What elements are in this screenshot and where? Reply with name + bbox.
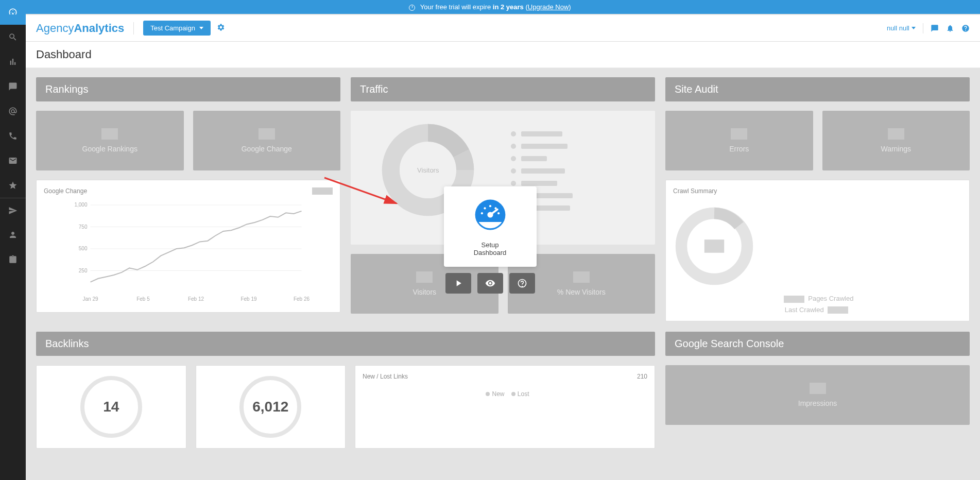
svg-text:Feb 12: Feb 12 xyxy=(188,296,204,302)
clock-icon xyxy=(409,5,415,11)
bar-chart-icon xyxy=(8,57,18,66)
sidebar-item-mail[interactable] xyxy=(0,148,26,173)
audit-legend: Pages Crawled Last Crawled xyxy=(673,295,962,314)
logo[interactable]: AgencyAnalytics xyxy=(36,22,124,35)
chart-title: Google Change xyxy=(44,187,333,195)
page-title-bar: Dashboard xyxy=(26,42,980,68)
preview-button[interactable] xyxy=(477,273,503,294)
traffic-header: Traffic xyxy=(351,77,655,101)
sidebar-item-at[interactable] xyxy=(0,99,26,124)
banner-text-bold: in 2 years xyxy=(493,3,524,11)
header-separator xyxy=(133,22,134,35)
logo-agency: Agency xyxy=(36,22,74,35)
banner-text-prefix: Your free trial will expire xyxy=(420,3,493,11)
svg-text:Feb 26: Feb 26 xyxy=(294,296,310,302)
header-right: null null xyxy=(887,23,970,33)
sidebar-item-phone[interactable] xyxy=(0,124,26,148)
setup-dashboard-card[interactable]: Setup Dashboard xyxy=(444,186,537,267)
sidebar-item-search[interactable] xyxy=(0,25,26,49)
svg-point-22 xyxy=(487,212,493,217)
star-icon xyxy=(8,181,18,190)
gsc-header: Google Search Console xyxy=(665,332,970,356)
left-sidebar xyxy=(0,0,26,459)
svg-point-21 xyxy=(480,212,483,214)
campaign-settings-button[interactable] xyxy=(217,23,225,33)
sidebar-item-users[interactable] xyxy=(0,222,26,247)
sidebar-item-analytics[interactable] xyxy=(0,49,26,74)
svg-text:Jan 29: Jan 29 xyxy=(82,296,98,302)
placeholder-icon xyxy=(573,271,590,283)
sidebar-item-messages[interactable] xyxy=(0,74,26,99)
clipboard-icon xyxy=(8,255,18,264)
placeholder-icon xyxy=(810,383,826,394)
backlinks-widget: Backlinks 14 6,012 New / Lost Links 210 … xyxy=(36,332,655,449)
phone-icon xyxy=(8,131,18,141)
rankings-widget: Rankings Google Rankings Google Change G… xyxy=(36,77,340,321)
stat-tile-google-change[interactable]: Google Change xyxy=(193,111,341,170)
help-button[interactable] xyxy=(509,273,535,294)
legend-dot-icon xyxy=(486,392,490,396)
svg-text:Feb 19: Feb 19 xyxy=(240,296,257,302)
legend-new: New xyxy=(492,390,504,398)
setup-label: Setup Dashboard xyxy=(465,241,516,256)
chart-legend-placeholder xyxy=(312,187,333,195)
gauge-icon xyxy=(8,8,18,17)
paper-plane-icon xyxy=(8,206,18,215)
crawl-summary-label: Crawl Summary xyxy=(673,187,962,195)
links-count: 210 xyxy=(637,373,647,380)
sidebar-item-tasks[interactable] xyxy=(0,247,26,272)
center-overlay: Setup Dashboard xyxy=(444,186,537,294)
envelope-icon xyxy=(8,156,18,165)
user-dropdown[interactable]: null null xyxy=(887,24,916,32)
campaign-dropdown[interactable]: Test Campaign xyxy=(143,21,211,36)
user-icon xyxy=(8,230,18,239)
circle-value: 6,012 xyxy=(252,399,288,415)
bell-icon[interactable] xyxy=(946,24,954,32)
placeholder-icon xyxy=(888,128,904,140)
last-crawled-label: Last Crawled xyxy=(785,306,824,314)
svg-rect-15 xyxy=(704,239,724,253)
page-title: Dashboard xyxy=(36,48,970,61)
site-audit-widget: Site Audit Errors Warnings Crawl Summary xyxy=(665,77,970,321)
crawl-summary-card: Crawl Summary Pages Crawled Last Crawled xyxy=(665,180,970,321)
stat-circle: 6,012 xyxy=(239,376,301,438)
placeholder-icon xyxy=(259,128,275,140)
sidebar-item-favorites[interactable] xyxy=(0,173,26,198)
stat-tile-warnings[interactable]: Warnings xyxy=(822,111,970,170)
svg-text:1,000: 1,000 xyxy=(74,202,87,208)
legend-dot-icon xyxy=(511,392,515,396)
caret-down-icon xyxy=(199,27,203,29)
links-label: New / Lost Links xyxy=(363,373,408,380)
svg-point-17 xyxy=(484,207,486,209)
legend-item xyxy=(511,168,645,174)
tile-label: Google Rankings xyxy=(82,145,137,153)
play-button[interactable] xyxy=(445,273,471,294)
svg-text:Feb 5: Feb 5 xyxy=(136,296,150,302)
upgrade-link[interactable]: Upgrade Now xyxy=(528,3,569,11)
user-label: null null xyxy=(887,24,909,32)
gsc-widget: Google Search Console Impressions xyxy=(665,332,970,449)
svg-point-18 xyxy=(489,205,491,207)
logo-analytics: Analytics xyxy=(74,22,124,35)
stat-tile-errors[interactable]: Errors xyxy=(665,111,813,170)
links-legend: New Lost xyxy=(363,390,647,398)
placeholder-icon xyxy=(731,128,747,140)
audit-header: Site Audit xyxy=(665,77,970,101)
audit-donut-icon xyxy=(673,205,755,287)
svg-text:250: 250 xyxy=(79,268,88,273)
svg-point-20 xyxy=(497,212,500,214)
legend-item xyxy=(511,156,645,161)
backlinks-header: Backlinks xyxy=(36,332,655,356)
svg-text:750: 750 xyxy=(79,224,88,230)
help-icon[interactable] xyxy=(961,24,970,32)
legend-lost: Lost xyxy=(518,390,529,398)
sidebar-item-send[interactable] xyxy=(0,198,26,222)
campaign-label: Test Campaign xyxy=(150,24,195,32)
legend-item xyxy=(511,144,645,149)
tile-label: Errors xyxy=(729,145,749,153)
chat-icon[interactable] xyxy=(931,24,939,32)
sidebar-item-dashboard[interactable] xyxy=(0,0,26,25)
stat-tile-google-rankings[interactable]: Google Rankings xyxy=(36,111,184,170)
stat-tile-impressions[interactable]: Impressions xyxy=(665,365,970,425)
play-icon xyxy=(453,278,463,288)
